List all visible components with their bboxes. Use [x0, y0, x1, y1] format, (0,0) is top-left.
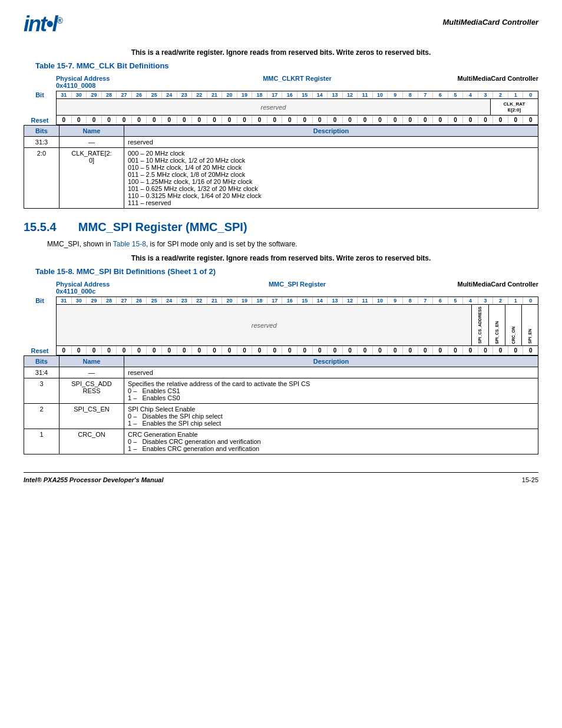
- document-title: MultiMediaCard Controller: [442, 12, 538, 27]
- page-footer: Intel® PXA255 Processor Developer's Manu…: [24, 472, 538, 483]
- table1-reg-name: MMC_CLKRT Register: [217, 75, 378, 89]
- body-text: MMC_SPI, shown in Table 15-8, is for SPI…: [24, 240, 538, 248]
- table2-spi-cs-en-cell: SPI_CS_EN: [489, 305, 505, 345]
- table-ref-link[interactable]: Table 15-8: [113, 240, 146, 248]
- table1-desc: Bits Name Description 31:3 — reserved 2:…: [24, 125, 538, 209]
- page-header: int•l® MultiMediaCard Controller: [24, 12, 538, 37]
- bit-label-2: Bit: [24, 297, 56, 304]
- col-name-1: Name: [59, 126, 124, 137]
- table1-data-row: reserved CLK_RATE[2:0]: [24, 98, 538, 116]
- col-bits-1: Bits: [24, 126, 59, 137]
- table2-reg-name: MMC_SPI Register: [217, 281, 378, 295]
- bit-number-cells-1: 31 30 29 28 27 26 25 24 23 22 21 20 19 1…: [56, 91, 538, 98]
- table1-reset-row: Reset 0 0 0 0 0 0 0 0 0 0 0 0 0 0 0 0 0 …: [24, 116, 538, 125]
- footer-page-number: 15-25: [522, 476, 538, 483]
- table-row: 3 SPI_CS_ADDRESS Specifies the relative …: [24, 378, 538, 404]
- table-row: 1 CRC_ON CRC Generation Enable 0 – Disab…: [24, 429, 538, 454]
- table2-data-row: reserved SPI_CS_ADDRESS SPI_CS_EN CRC_ON…: [24, 304, 538, 346]
- col-name-2: Name: [59, 356, 124, 367]
- table-row: 2:0 CLK_RATE[2:0] 000 – 20 MHz clock 001…: [24, 148, 538, 209]
- bit-label-1: Bit: [24, 91, 56, 98]
- reset-label-2: Reset: [24, 347, 56, 354]
- table1-bit-numbers-row: Bit 31 30 29 28 27 26 25 24 23 22 21 20 …: [24, 91, 538, 98]
- table2-reg-header: Physical Address 0x4110_000c MMC_SPI Reg…: [24, 281, 538, 295]
- table2-spi-en-cell: SPI_EN: [522, 305, 538, 345]
- table-row: 31:4 — reserved: [24, 367, 538, 378]
- col-desc-2: Description: [124, 356, 538, 367]
- table2-crc-on-cell: CRC_ON: [505, 305, 522, 345]
- reset-label-1: Reset: [24, 117, 56, 124]
- table1-clkrate-cell: CLK_RATE[2:0]: [491, 99, 538, 115]
- footer-manual-name: Intel® PXA255 Processor Developer's Manu…: [24, 476, 164, 483]
- table1-title: Table 15-7. MMC_CLK Bit Definitions: [24, 61, 538, 70]
- table1-ctrl-name: MultiMediaCard Controller: [378, 75, 538, 89]
- table1-reg-header: Physical Address 0x4110_0008 MMC_CLKRT R…: [24, 75, 538, 89]
- table2-desc: Bits Name Description 31:4 — reserved 3 …: [24, 355, 538, 454]
- table2-ctrl-name: MultiMediaCard Controller: [378, 281, 538, 295]
- table2-spi-cs-addr-cell: SPI_CS_ADDRESS: [472, 305, 488, 345]
- col-desc-1: Description: [124, 126, 538, 137]
- bit-number-cells-2: 31 30 29 28 27 26 25 24 23 22 21 20 19 1…: [56, 297, 538, 304]
- intro-text: This is a read/write register. Ignore re…: [24, 48, 538, 57]
- table1-phys-addr: Physical Address 0x4110_0008: [56, 75, 217, 89]
- table-row: 2 SPI_CS_EN SPI Chip Select Enable 0 – D…: [24, 404, 538, 429]
- table2-bit-numbers-row: Bit 31 30 29 28 27 26 25 24 23 22 21 20 …: [24, 297, 538, 304]
- table2-title: Table 15-8. MMC_SPI Bit Definitions (She…: [24, 267, 538, 276]
- intro-text-2: This is a read/write register. Ignore re…: [24, 254, 538, 262]
- intel-logo: int•l®: [24, 12, 62, 37]
- table2-phys-addr: Physical Address 0x4110_000c: [56, 281, 217, 295]
- section-heading: 15.5.4 MMC_SPI Register (MMC_SPI): [24, 220, 538, 234]
- table2-reserved-cell: reserved: [57, 305, 472, 345]
- col-bits-2: Bits: [24, 356, 59, 367]
- table-row: 31:3 — reserved: [24, 137, 538, 148]
- table2-reset-row: Reset 0 0 0 0 0 0 0 0 0 0 0 0 0 0 0 0 0 …: [24, 346, 538, 355]
- table1-reserved-cell: reserved: [57, 99, 491, 115]
